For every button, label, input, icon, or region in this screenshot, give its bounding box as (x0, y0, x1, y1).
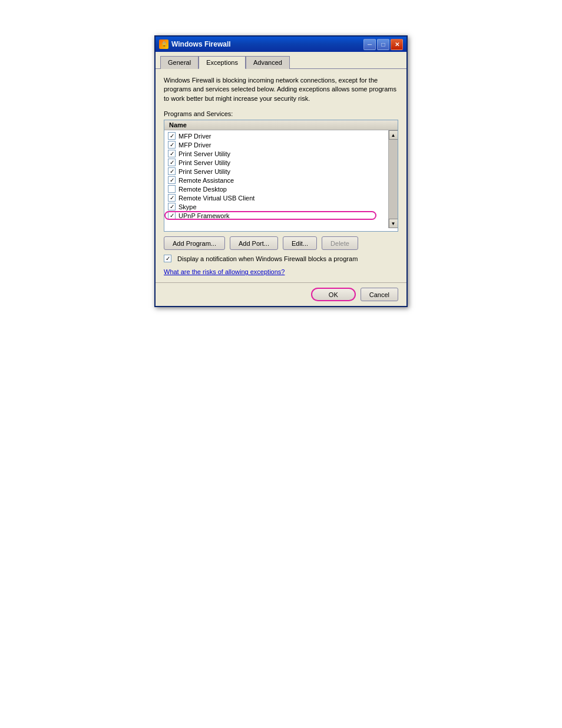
list-item[interactable]: MFP Driver (164, 140, 387, 149)
tab-advanced[interactable]: Advanced (246, 56, 290, 69)
list-item[interactable]: Remote Desktop (164, 185, 387, 193)
add-port-button[interactable]: Add Port... (230, 236, 278, 250)
windows-firewall-dialog: 🔒 Windows Firewall ─ □ ✕ General Excepti… (154, 35, 408, 307)
list-item-checkbox[interactable] (168, 185, 176, 193)
edit-button[interactable]: Edit... (283, 236, 317, 250)
list-item-label: MFP Driver (178, 133, 211, 140)
window-title: Windows Firewall (171, 40, 231, 48)
list-item-checkbox[interactable] (168, 132, 176, 140)
tabs-bar: General Exceptions Advanced (156, 52, 406, 69)
list-item-label: Skype (178, 203, 197, 210)
list-item[interactable]: Skype (164, 202, 387, 211)
scroll-track (389, 140, 398, 219)
list-item[interactable]: Print Server Utility (164, 149, 387, 158)
scroll-up-button[interactable]: ▲ (389, 130, 398, 140)
cancel-button[interactable]: Cancel (361, 288, 398, 301)
list-item-checkbox[interactable] (168, 194, 176, 202)
list-item-checkbox[interactable] (168, 141, 176, 149)
list-item-checkbox[interactable] (168, 212, 176, 219)
list-item-label: Remote Virtual USB Client (178, 195, 254, 202)
list-item[interactable]: MFP Driver (164, 131, 387, 140)
close-button[interactable]: ✕ (391, 39, 403, 50)
programs-list-box: Name MFP DriverMFP DriverPrint Server Ut… (164, 120, 398, 232)
notification-row: Display a notification when Windows Fire… (164, 255, 398, 262)
tab-exceptions[interactable]: Exceptions (199, 56, 246, 69)
notification-label: Display a notification when Windows Fire… (177, 255, 358, 262)
list-item-label: Print Server Utility (178, 150, 230, 157)
ok-button[interactable]: OK (311, 288, 356, 301)
list-item[interactable]: Print Server Utility (164, 158, 387, 167)
window-icon: 🔒 (159, 39, 168, 49)
list-item-checkbox[interactable] (168, 176, 176, 184)
list-item-checkbox[interactable] (168, 203, 176, 210)
list-item[interactable]: UPnP Framework (164, 211, 387, 220)
tab-general[interactable]: General (160, 56, 199, 69)
list-item[interactable]: Print Server Utility (164, 167, 387, 176)
title-bar: 🔒 Windows Firewall ─ □ ✕ (156, 37, 406, 52)
notification-checkbox[interactable] (164, 255, 171, 262)
list-items: MFP DriverMFP DriverPrint Server Utility… (164, 130, 398, 221)
list-item-checkbox[interactable] (168, 150, 176, 157)
description-text: Windows Firewall is blocking incoming ne… (164, 76, 398, 103)
list-item-label: UPnP Framework (178, 212, 230, 219)
delete-button[interactable]: Delete (322, 236, 358, 250)
scroll-down-button[interactable]: ▼ (389, 219, 398, 228)
list-item-checkbox[interactable] (168, 159, 176, 166)
exceptions-link[interactable]: What are the risks of allowing exception… (164, 268, 285, 275)
list-item[interactable]: Remote Assistance (164, 176, 387, 185)
footer-area: OK Cancel (156, 282, 406, 306)
title-buttons: ─ □ ✕ (363, 39, 403, 50)
list-item-label: Remote Desktop (178, 186, 227, 193)
title-bar-left: 🔒 Windows Firewall (159, 39, 231, 49)
action-buttons-row: Add Program... Add Port... Edit... Delet… (164, 236, 398, 250)
maximize-button[interactable]: □ (377, 39, 389, 50)
section-label: Programs and Services: (164, 110, 398, 117)
list-item-label: Remote Assistance (178, 177, 234, 184)
content-area: Windows Firewall is blocking incoming ne… (156, 69, 406, 282)
list-item-label: MFP Driver (178, 141, 211, 149)
minimize-button[interactable]: ─ (363, 39, 376, 50)
exceptions-link-container: What are the risks of allowing exception… (164, 268, 398, 275)
scrollbar[interactable]: ▲ ▼ (388, 130, 398, 228)
list-item[interactable]: Remote Virtual USB Client (164, 193, 387, 202)
list-item-checkbox[interactable] (168, 167, 176, 175)
list-header: Name (164, 120, 398, 130)
list-item-label: Print Server Utility (178, 168, 230, 175)
list-item-label: Print Server Utility (178, 159, 230, 166)
add-program-button[interactable]: Add Program... (164, 236, 225, 250)
